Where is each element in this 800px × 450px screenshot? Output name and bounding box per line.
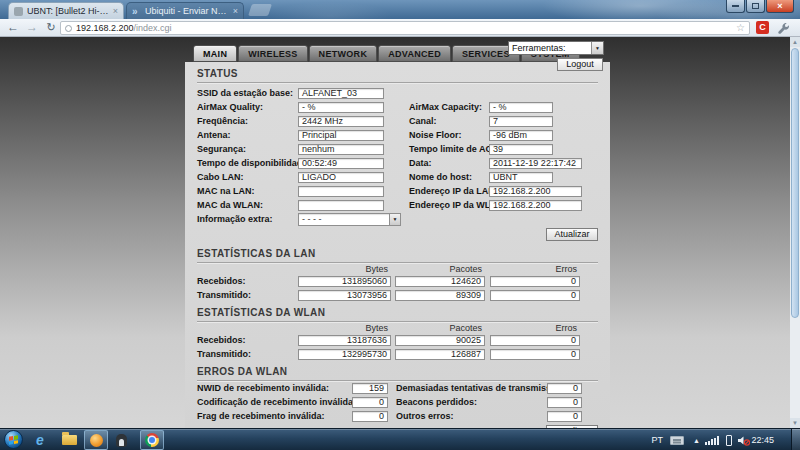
tab-wireless[interactable]: WIRELESS — [238, 45, 307, 62]
noise-floor-field[interactable]: -96 dBm — [489, 130, 553, 141]
wlan-mac-field[interactable] — [298, 200, 384, 211]
lan-mac-field[interactable] — [298, 186, 384, 197]
browser-toolbar: ← → ↻ 192.168.2.200 /index.cgi ☆ C — [0, 19, 800, 37]
taskbar-clock[interactable]: 22:45 — [751, 435, 774, 445]
missed-beacons-field[interactable]: 0 — [547, 397, 582, 408]
start-button[interactable] — [4, 430, 23, 449]
bookmark-star-icon[interactable]: ☆ — [736, 23, 745, 33]
nwid-invalid-label: NWID de recebimento inválida: — [197, 383, 352, 393]
lan-cable-field[interactable]: LIGADO — [298, 172, 384, 183]
site-info-icon[interactable] — [65, 25, 72, 32]
forward-button[interactable]: → — [23, 20, 41, 35]
minimize-button[interactable] — [726, 0, 745, 13]
status-refresh-button[interactable]: Atualizar — [546, 228, 598, 241]
chevron-down-icon[interactable]: ▼ — [389, 214, 400, 225]
crypt-invalid-field[interactable]: 0 — [352, 397, 388, 408]
scroll-down-icon[interactable]: ▼ — [790, 418, 800, 428]
nwid-invalid-field[interactable]: 159 — [352, 383, 388, 394]
tab-close-icon[interactable]: × — [233, 4, 238, 19]
security-label: Segurança: — [197, 144, 298, 154]
table-row: Recebidos: 13187636 90025 0 — [185, 333, 610, 347]
ssid-field[interactable]: ALFANET_03 — [298, 88, 384, 99]
wlan-tx-label: Transmitido: — [197, 349, 298, 359]
table-row: Recebidos: 131895060 124620 0 — [185, 274, 610, 288]
extension-icon[interactable]: C — [756, 21, 769, 34]
wlan-tx-packets[interactable]: 126887 — [395, 349, 485, 360]
tab-main[interactable]: MAIN — [193, 45, 237, 62]
scrollbar-thumb[interactable] — [791, 48, 799, 318]
scroll-up-icon[interactable]: ▲ — [790, 37, 800, 47]
back-button[interactable]: ← — [4, 20, 22, 35]
device-icon[interactable] — [726, 435, 732, 446]
language-indicator[interactable]: PT — [651, 435, 663, 445]
other-errors-field[interactable]: 0 — [547, 411, 582, 422]
wlan-rx-packets[interactable]: 90025 — [395, 335, 485, 346]
col-bytes: Bytes — [298, 264, 391, 274]
tab-close-icon[interactable]: × — [113, 4, 118, 19]
wlan-tx-bytes[interactable]: 132995730 — [298, 349, 391, 360]
new-tab-button[interactable] — [248, 4, 272, 16]
lan-rx-packets[interactable]: 124620 — [395, 276, 485, 287]
lan-rx-bytes[interactable]: 131895060 — [298, 276, 391, 287]
lan-rx-errors[interactable]: 0 — [490, 276, 580, 287]
lan-stats-header: Bytes Pacotes Erros — [185, 263, 610, 274]
explorer-folder-icon[interactable] — [62, 435, 77, 445]
address-bar[interactable]: 192.168.2.200 /index.cgi ☆ — [60, 21, 750, 35]
airos-page: MAIN WIRELESS NETWORK ADVANCED SERVICES … — [0, 37, 800, 428]
browser-titlebar: UBNT: [Bullet2 Hi-Power] × » Ubiquiti - … — [0, 0, 800, 19]
errors-refresh-button[interactable]: Atualizar — [546, 425, 598, 428]
lan-stats-title: ESTATÍSTICAS DA LAN — [197, 248, 598, 263]
show-desktop-button[interactable] — [791, 429, 800, 450]
lan-tx-packets[interactable]: 89309 — [395, 290, 485, 301]
chevron-down-icon[interactable]: ▼ — [591, 42, 603, 54]
date-field[interactable]: 2011-12-19 22:17:42 — [489, 158, 582, 169]
tab-network[interactable]: NETWORK — [309, 45, 378, 62]
wlan-ip-field[interactable]: 192.168.2.200 — [489, 200, 582, 211]
frequency-field[interactable]: 2442 MHz — [298, 116, 384, 127]
tools-dropdown[interactable]: Ferramentas: ▼ — [508, 41, 604, 55]
lan-tx-errors[interactable]: 0 — [490, 290, 580, 301]
chrome-button[interactable] — [140, 430, 164, 450]
extra-info-label: Informação extra: — [197, 214, 298, 224]
hidden-icons-button[interactable]: ▲ — [693, 436, 700, 445]
lan-cable-label: Cabo LAN: — [197, 172, 298, 182]
frag-invalid-field[interactable]: 0 — [352, 411, 388, 422]
wlan-rx-errors[interactable]: 0 — [490, 335, 580, 346]
airmax-capacity-label: AirMax Capacity: — [409, 102, 489, 112]
wrench-menu-icon[interactable] — [777, 22, 790, 34]
media-app-button[interactable] — [84, 430, 108, 450]
tx-retries-field[interactable]: 0 — [547, 383, 582, 394]
internet-explorer-icon[interactable]: e — [36, 432, 44, 448]
close-button[interactable]: × — [766, 0, 794, 13]
ack-timeout-field[interactable]: 39 — [489, 144, 553, 155]
browser-tab-inactive[interactable]: » Ubiquiti - Enviar Novo Tóp × — [126, 2, 244, 19]
status-row: Cabo LAN: LIGADO Nome do host: UBNT — [185, 170, 610, 184]
network-signal-icon[interactable] — [705, 436, 720, 445]
lan-tx-bytes[interactable]: 13073956 — [298, 290, 391, 301]
status-row: Segurança: nenhum Tempo limite de ACK: 3… — [185, 142, 610, 156]
security-field[interactable]: nenhum — [298, 144, 384, 155]
airmax-quality-field[interactable]: - % — [298, 102, 384, 113]
wlan-rx-bytes[interactable]: 13187636 — [298, 335, 391, 346]
wlan-tx-errors[interactable]: 0 — [490, 349, 580, 360]
hostname-field[interactable]: UBNT — [489, 172, 553, 183]
airmax-capacity-field[interactable]: - % — [489, 102, 553, 113]
tab-advanced[interactable]: ADVANCED — [378, 45, 451, 62]
col-errors: Erros — [490, 264, 580, 274]
channel-field[interactable]: 7 — [489, 116, 553, 127]
chrome-icon — [145, 433, 159, 447]
app-icon[interactable] — [116, 434, 127, 447]
extra-info-select[interactable]: - - - - ▼ — [298, 213, 401, 226]
maximize-button[interactable] — [746, 0, 765, 13]
lan-ip-field[interactable]: 192.168.2.200 — [489, 186, 582, 197]
keyboard-icon[interactable] — [670, 436, 684, 445]
logout-button[interactable]: Logout — [557, 58, 603, 71]
antenna-field[interactable]: Principal — [298, 130, 384, 141]
speaker-muted-icon[interactable] — [737, 435, 750, 446]
reload-button[interactable]: ↻ — [42, 20, 60, 35]
uptime-field[interactable]: 00:52:49 — [298, 158, 384, 169]
page-scrollbar[interactable]: ▲ ▼ — [790, 37, 800, 428]
browser-tab-active[interactable]: UBNT: [Bullet2 Hi-Power] × — [8, 2, 124, 19]
table-row: Transmitido: 132995730 126887 0 — [185, 347, 610, 361]
wlan-rx-label: Recebidos: — [197, 335, 298, 345]
